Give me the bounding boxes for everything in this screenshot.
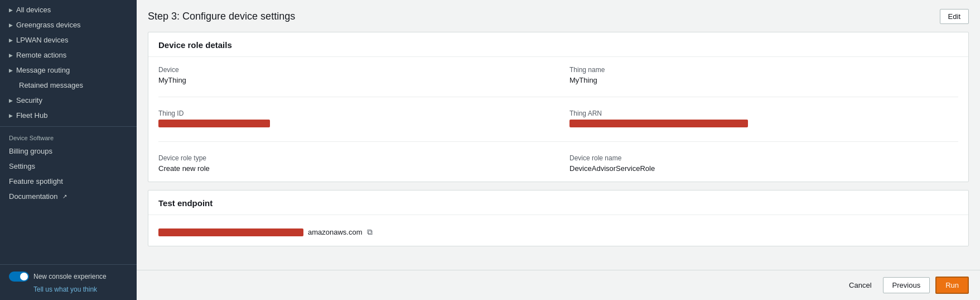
copy-icon[interactable]: ⧉ <box>367 227 373 237</box>
sidebar-item-lpwan[interactable]: ▶ LPWAN devices <box>0 32 137 47</box>
thing-id-redacted <box>158 120 270 127</box>
sidebar-section-label: Device Software <box>0 130 137 144</box>
row-divider-1 <box>158 97 958 97</box>
device-value: MyThing <box>158 76 547 84</box>
new-console-toggle[interactable] <box>9 272 29 282</box>
footer-bar: Cancel Previous Run <box>137 270 980 300</box>
thing-name-field: Thing name MyThing <box>569 66 958 84</box>
thing-arn-value <box>569 120 958 129</box>
device-role-name-value: DeviceAdvisorServiceRole <box>569 164 958 173</box>
sidebar-item-label: Billing groups <box>9 147 52 155</box>
thing-name-value: MyThing <box>569 76 958 84</box>
device-role-name-label: Device role name <box>569 154 958 162</box>
main-content: Step 3: Configure device settings Edit D… <box>137 0 980 300</box>
run-button[interactable]: Run <box>935 277 969 294</box>
endpoint-suffix: amazonaws.com <box>308 228 363 236</box>
sidebar-item-billing-groups[interactable]: Billing groups <box>0 144 137 159</box>
sidebar-item-label: Documentation <box>9 192 57 201</box>
sidebar-item-fleet-hub[interactable]: ▶ Fleet Hub <box>0 108 137 123</box>
sidebar-item-greengrass[interactable]: ▶ Greengrass devices <box>0 17 137 32</box>
chevron-right-icon: ▶ <box>9 7 13 13</box>
toggle-row: New console experience <box>9 272 128 282</box>
step-header: Step 3: Configure device settings Edit <box>148 9 969 24</box>
row-divider-2 <box>158 141 958 142</box>
device-field: Device MyThing <box>158 66 547 84</box>
sidebar-item-label: Retained messages <box>19 81 83 89</box>
chevron-right-icon: ▶ <box>9 37 13 43</box>
device-role-type-label: Device role type <box>158 154 547 162</box>
endpoint-row: amazonaws.com ⧉ <box>158 227 958 237</box>
sidebar: ▶ All devices ▶ Greengrass devices ▶ LPW… <box>0 0 137 300</box>
sidebar-item-remote-actions[interactable]: ▶ Remote actions <box>0 47 137 63</box>
test-endpoint-card-title: Test endpoint <box>148 191 968 215</box>
thing-name-label: Thing name <box>569 66 958 74</box>
sidebar-item-label: Settings <box>9 162 35 170</box>
sidebar-item-all-devices[interactable]: ▶ All devices <box>0 2 137 17</box>
sidebar-item-settings[interactable]: Settings <box>0 159 137 174</box>
chevron-right-icon: ▶ <box>9 53 13 58</box>
sidebar-item-label: Remote actions <box>16 51 66 59</box>
sidebar-item-label: Security <box>16 96 42 104</box>
device-label: Device <box>158 66 547 74</box>
sidebar-item-message-routing[interactable]: ▶ Message routing <box>0 63 137 78</box>
sidebar-item-label: Feature spotlight <box>9 177 63 185</box>
device-role-type-value: Create new role <box>158 164 547 173</box>
tell-us-link[interactable]: Tell us what you think <box>33 285 97 293</box>
device-role-type-field: Device role type Create new role <box>158 154 547 173</box>
chevron-right-icon: ▶ <box>9 22 13 28</box>
device-role-card: Device role details Device MyThing Thing… <box>148 32 969 182</box>
device-role-card-body: Device MyThing Thing name MyThing Thing … <box>148 57 968 182</box>
step-title: Step 3: Configure device settings <box>148 11 295 22</box>
sidebar-item-retained-messages[interactable]: Retained messages <box>0 78 137 93</box>
sidebar-item-label: Fleet Hub <box>16 111 47 120</box>
thing-id-label: Thing ID <box>158 109 547 117</box>
device-role-card-title: Device role details <box>148 32 968 57</box>
endpoint-redacted <box>158 228 303 236</box>
sidebar-item-label: Greengrass devices <box>16 21 81 29</box>
sidebar-divider <box>0 126 137 127</box>
sidebar-item-security[interactable]: ▶ Security <box>0 93 137 108</box>
cancel-button[interactable]: Cancel <box>843 278 877 293</box>
sidebar-item-label: Message routing <box>16 66 70 74</box>
test-endpoint-card-body: amazonaws.com ⧉ <box>148 215 968 246</box>
thing-id-field: Thing ID <box>158 109 547 129</box>
device-role-name-field: Device role name DeviceAdvisorServiceRol… <box>569 154 958 173</box>
chevron-right-icon: ▶ <box>9 113 13 118</box>
thing-id-value <box>158 120 547 129</box>
thing-arn-redacted <box>569 120 748 127</box>
sidebar-item-documentation[interactable]: Documentation ↗ <box>0 189 137 204</box>
content-area: Step 3: Configure device settings Edit D… <box>137 0 980 270</box>
sidebar-item-label: LPWAN devices <box>16 36 68 44</box>
sidebar-bottom: New console experience Tell us what you … <box>0 264 137 300</box>
sidebar-item-label: All devices <box>16 6 51 14</box>
chevron-right-icon: ▶ <box>9 68 13 73</box>
device-role-field-grid: Device MyThing Thing name MyThing Thing … <box>158 66 958 173</box>
toggle-label: New console experience <box>33 273 107 280</box>
chevron-right-icon: ▶ <box>9 98 13 103</box>
sidebar-item-feature-spotlight[interactable]: Feature spotlight <box>0 174 137 189</box>
previous-button[interactable]: Previous <box>883 277 930 293</box>
thing-arn-field: Thing ARN <box>569 109 958 129</box>
external-link-icon: ↗ <box>62 193 67 199</box>
test-endpoint-card: Test endpoint amazonaws.com ⧉ <box>148 190 969 246</box>
thing-arn-label: Thing ARN <box>569 109 958 117</box>
edit-button[interactable]: Edit <box>940 9 969 24</box>
